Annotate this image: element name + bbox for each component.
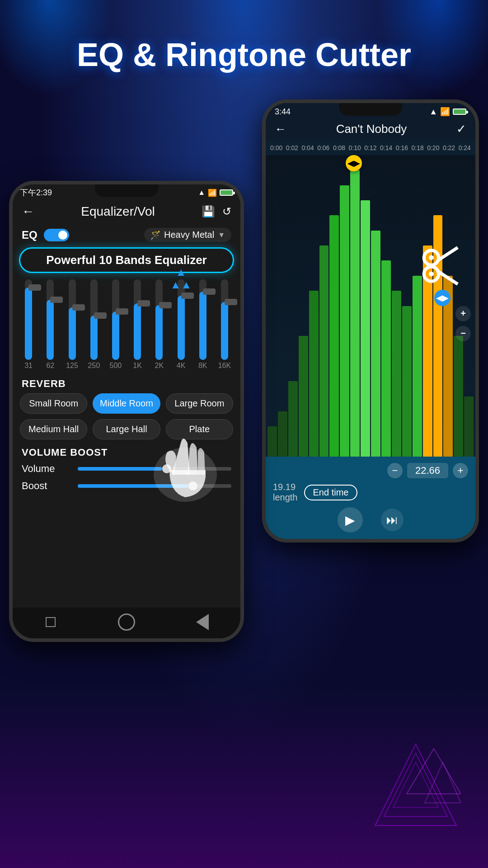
eq-track-31 [25, 279, 32, 360]
tl-4: 0:04 [301, 144, 314, 151]
eq-track-62 [47, 279, 54, 360]
eq-band-31[interactable]: 31 [19, 279, 38, 370]
eq-handle-2k[interactable] [159, 302, 172, 308]
skip-button[interactable]: ⏭ [381, 509, 404, 531]
timeline-thumb[interactable]: ◀▶ [346, 155, 362, 171]
back-button-right[interactable]: ← [275, 122, 286, 136]
eq-toggle[interactable] [44, 229, 69, 241]
eq-track-16k [221, 279, 228, 360]
wifi-icon: 📶 [440, 107, 450, 117]
time-minus-button[interactable]: − [387, 463, 403, 478]
eq-handle-250[interactable] [94, 312, 107, 319]
eq-freq-1k: 1K [133, 362, 142, 370]
eq-freq-31: 31 [24, 362, 33, 370]
preset-selector[interactable]: 🪄 Heavy Metal ▼ [144, 228, 231, 242]
eq-fill-500 [112, 311, 119, 360]
eq-band-16k[interactable]: 16K [215, 279, 234, 370]
length-info: 19.19 length [273, 482, 298, 503]
tl-0: 0:00 [270, 144, 282, 151]
save-icon[interactable]: 💾 [202, 205, 215, 218]
eq-handle-125[interactable] [72, 304, 85, 311]
time-plus-button[interactable]: + [453, 463, 468, 478]
left-screen: 下午2:39 ▲ 📶 ← Equalizer/Vol 💾 ↺ EQ [13, 184, 240, 638]
refresh-icon[interactable]: ↺ [222, 205, 231, 218]
plate-button[interactable]: Plate [166, 419, 233, 439]
boost-fill [78, 484, 188, 488]
nav-bar [13, 608, 240, 638]
phone-right-frame: 3:44 ▲ 📶 ← Can't Nobody ✓ 0:00 0:02 0:04 [262, 99, 479, 542]
eq-handle-8k[interactable] [203, 288, 216, 295]
middle-room-button[interactable]: Middle Room [93, 393, 160, 414]
status-time-left: 下午2:39 [20, 187, 52, 198]
medium-hall-button[interactable]: Medium Hall [20, 419, 87, 439]
eq-bands: 31 62 125 [13, 275, 240, 374]
eq-track-125 [69, 279, 76, 360]
svg-line-2 [437, 248, 458, 261]
eq-fill-31 [25, 288, 32, 360]
volume-slider[interactable] [78, 467, 231, 471]
volume-thumb[interactable] [162, 464, 171, 473]
eq-handle-16k[interactable] [225, 299, 237, 305]
tl-8: 0:08 [333, 144, 345, 151]
eq-band-2k[interactable]: 2K [150, 279, 169, 370]
boost-label: Boost [22, 480, 71, 492]
eq-fill-62 [47, 300, 54, 360]
waveform-area[interactable]: ◀▶ + − [266, 155, 475, 457]
eq-up-arrows: ▲▲▲ [170, 266, 192, 291]
confirm-button[interactable]: ✓ [456, 122, 466, 136]
right-screen: 3:44 ▲ 📶 ← Can't Nobody ✓ 0:00 0:02 0:04 [266, 103, 475, 539]
playback-thumb[interactable]: ◀▶ [434, 290, 450, 306]
boost-row: Boost [13, 477, 240, 495]
eq-band-500[interactable]: 500 [106, 279, 125, 370]
eq-handle-1k[interactable] [137, 300, 150, 307]
eq-band-8k[interactable]: 8K [193, 279, 212, 370]
boost-thumb[interactable] [188, 481, 197, 491]
reverb-row-1: Small Room Middle Room Large Room [13, 392, 240, 417]
nav-square-button[interactable] [41, 612, 61, 632]
end-time-button[interactable]: End time [304, 485, 358, 500]
eq-band-1k[interactable]: 1K [128, 279, 147, 370]
eq-fill-16k [221, 302, 228, 360]
volume-boost-section-label: VOLUME BOOST [13, 443, 240, 460]
eq-handle-4k[interactable] [181, 292, 194, 299]
zoom-in-button[interactable]: + [455, 306, 471, 321]
eq-handle-500[interactable] [116, 308, 128, 315]
large-hall-button[interactable]: Large Hall [93, 419, 160, 439]
boost-slider[interactable] [78, 484, 231, 488]
phone-right: 3:44 ▲ 📶 ← Can't Nobody ✓ 0:00 0:02 0:04 [262, 99, 479, 542]
thumb-blue-icon: ◀▶ [434, 290, 450, 306]
eq-freq-250: 250 [88, 362, 100, 370]
eq-fill-2k [155, 305, 163, 360]
eq-band-125[interactable]: 125 [62, 279, 81, 370]
status-icons-right: ▲ 📶 [429, 107, 466, 117]
large-room-button[interactable]: Large Room [166, 393, 233, 414]
svg-line-3 [437, 271, 458, 284]
eq-fill-4k [178, 296, 185, 360]
eq-freq-500: 500 [110, 362, 122, 370]
svg-marker-6 [375, 744, 456, 826]
play-button[interactable]: ▶ [338, 507, 363, 533]
nav-home-button[interactable] [117, 612, 136, 632]
volume-fill [78, 467, 162, 471]
volume-row: Volume [13, 460, 240, 477]
eq-handle-31[interactable] [28, 284, 41, 291]
reverb-section-label: REVERB [13, 374, 240, 392]
eq-band-250[interactable]: 250 [84, 279, 103, 370]
tl-20: 0:20 [427, 144, 439, 151]
nav-back-button[interactable] [192, 612, 212, 632]
timeline-bar: 0:00 0:02 0:04 0:06 0:08 0:10 0:12 0:14 … [266, 141, 475, 155]
status-icons-left: ▲ 📶 [198, 189, 233, 197]
end-time-row: 19.19 length End time [273, 482, 468, 503]
eq-band-4k[interactable]: ▲▲▲ 4K [171, 279, 190, 370]
topbar-icons: 💾 ↺ [202, 205, 231, 218]
right-controls: − 22.66 + 19.19 length End time ▶ ⏭ [266, 457, 475, 539]
small-room-button[interactable]: Small Room [20, 393, 87, 414]
back-button-left[interactable]: ← [22, 204, 34, 219]
zoom-out-button[interactable]: − [455, 326, 471, 341]
eq-track-8k [199, 279, 206, 360]
tl-16: 0:16 [396, 144, 408, 151]
eq-band-62[interactable]: 62 [41, 279, 60, 370]
tl-2: 0:02 [286, 144, 298, 151]
eq-handle-62[interactable] [50, 297, 63, 303]
main-title: EQ & Ringtone Cutter [0, 36, 488, 73]
